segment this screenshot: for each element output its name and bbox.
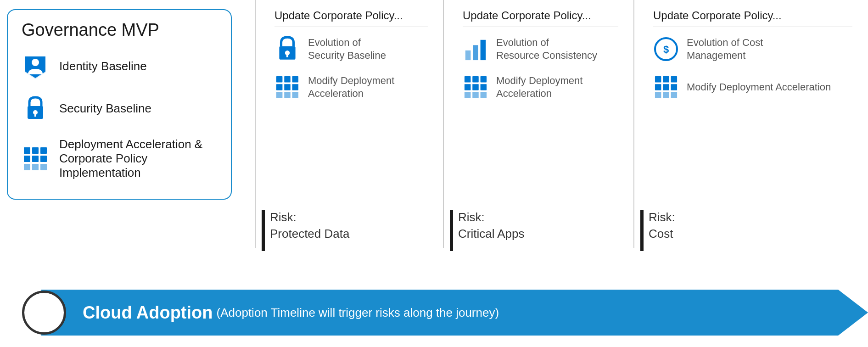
cloud-adoption-circle <box>22 291 66 335</box>
risk-label-1: Risk:Protected Data <box>270 209 349 242</box>
svg-rect-29 <box>472 76 478 82</box>
svg-rect-34 <box>464 92 470 98</box>
svg-rect-30 <box>480 76 486 82</box>
mvp-title: Governance MVP <box>22 20 217 40</box>
mvp-box: Governance MVP Identity Baseline Secu <box>7 9 232 200</box>
svg-rect-46 <box>655 92 661 98</box>
deployment-grid-icon <box>22 145 49 173</box>
risk-bar-1 <box>262 210 265 251</box>
mvp-item-deployment: Deployment Acceleration &Corporate Polic… <box>22 137 217 180</box>
svg-rect-35 <box>472 92 478 98</box>
svg-rect-24 <box>292 92 298 98</box>
deployment-label: Deployment Acceleration &Corporate Polic… <box>59 137 217 180</box>
svg-rect-12 <box>40 164 47 170</box>
svg-rect-31 <box>464 84 470 90</box>
col2-bar-chart-icon <box>463 36 488 62</box>
svg-rect-27 <box>480 39 486 60</box>
divider-3 <box>633 0 634 248</box>
col2-resource-label: Evolution ofResource Consistency <box>496 36 597 62</box>
svg-rect-44 <box>663 84 669 90</box>
svg-rect-3 <box>34 113 36 117</box>
col3-header: Update Corporate Policy... <box>653 9 852 27</box>
security-lock-icon <box>22 95 49 123</box>
cloud-adoption-container: Cloud Adoption (Adoption Timeline will t… <box>0 290 868 336</box>
col3-cost-label: Evolution of CostManagement <box>687 36 763 62</box>
col3-dollar-icon: $ <box>653 36 678 62</box>
divider-1 <box>255 0 256 248</box>
mvp-item-identity: Identity Baseline <box>22 53 217 80</box>
svg-text:$: $ <box>663 44 668 55</box>
svg-rect-19 <box>276 84 282 90</box>
svg-rect-11 <box>32 164 39 170</box>
svg-rect-4 <box>24 147 30 154</box>
svg-rect-8 <box>32 156 39 162</box>
svg-rect-23 <box>284 92 290 98</box>
svg-rect-21 <box>292 84 298 90</box>
svg-rect-47 <box>663 92 669 98</box>
col2-deploy-label: Modify Deployment Acceleration <box>496 74 618 100</box>
col1-deploy-label: Modify Deployment Acceleration <box>308 74 428 100</box>
risk-section-1: Risk:Protected Data <box>262 209 349 242</box>
mvp-item-security: Security Baseline <box>22 95 217 123</box>
col3-item-deploy: Modify Deployment Acceleration <box>653 74 852 100</box>
identity-icon <box>22 53 49 80</box>
divider-2 <box>443 0 444 248</box>
svg-rect-7 <box>24 156 30 162</box>
svg-rect-16 <box>276 76 282 82</box>
svg-rect-40 <box>655 76 661 82</box>
col1-header: Update Corporate Policy... <box>274 9 428 27</box>
svg-rect-33 <box>480 84 486 90</box>
column-2: Update Corporate Policy... Evolution ofR… <box>450 0 631 122</box>
svg-rect-25 <box>465 50 470 60</box>
risk-section-2: Risk:Critical Apps <box>450 209 525 242</box>
risk-label-2: Risk:Critical Apps <box>458 209 525 242</box>
cloud-adoption-sub: (Adoption Timeline will trigger risks al… <box>217 306 499 320</box>
col2-item-deploy: Modify Deployment Acceleration <box>463 74 618 100</box>
svg-rect-43 <box>655 84 661 90</box>
svg-rect-36 <box>480 92 486 98</box>
col1-security-label: Evolution ofSecurity Baseline <box>308 36 386 62</box>
svg-rect-32 <box>472 84 478 90</box>
column-1: Update Corporate Policy... Evolution ofS… <box>262 0 441 122</box>
svg-rect-6 <box>40 147 47 154</box>
svg-rect-26 <box>473 45 478 60</box>
col3-item-cost: $ Evolution of CostManagement <box>653 36 852 62</box>
col1-item-security: Evolution ofSecurity Baseline <box>274 36 428 62</box>
svg-rect-5 <box>32 147 39 154</box>
col3-grid-icon <box>653 74 678 100</box>
col2-item-resource: Evolution ofResource Consistency <box>463 36 618 62</box>
identity-label: Identity Baseline <box>59 59 147 73</box>
svg-rect-17 <box>284 76 290 82</box>
security-label: Security Baseline <box>59 101 151 116</box>
svg-rect-10 <box>24 164 30 170</box>
col1-grid-icon <box>274 74 300 100</box>
svg-rect-28 <box>464 76 470 82</box>
col3-deploy-label: Modify Deployment Acceleration <box>687 81 831 94</box>
svg-rect-18 <box>292 76 298 82</box>
svg-rect-45 <box>671 84 677 90</box>
svg-rect-42 <box>671 76 677 82</box>
svg-rect-48 <box>671 92 677 98</box>
column-3: Update Corporate Policy... $ Evolution o… <box>640 0 865 122</box>
col1-item-deploy: Modify Deployment Acceleration <box>274 74 428 100</box>
cloud-adoption-main: Cloud Adoption <box>83 303 213 323</box>
svg-rect-9 <box>40 156 47 162</box>
col1-lock-icon <box>274 36 300 62</box>
risk-label-3: Risk:Cost <box>649 209 675 242</box>
svg-rect-20 <box>284 84 290 90</box>
svg-rect-22 <box>276 92 282 98</box>
col2-grid-icon <box>463 74 488 100</box>
svg-point-0 <box>32 59 39 66</box>
svg-rect-15 <box>286 54 288 57</box>
risk-bar-3 <box>640 210 644 251</box>
risk-section-3: Risk:Cost <box>640 209 675 242</box>
col2-header: Update Corporate Policy... <box>463 9 618 27</box>
cloud-adoption-arrow: Cloud Adoption (Adoption Timeline will t… <box>41 290 868 336</box>
svg-rect-41 <box>663 76 669 82</box>
risk-bar-2 <box>450 210 453 251</box>
